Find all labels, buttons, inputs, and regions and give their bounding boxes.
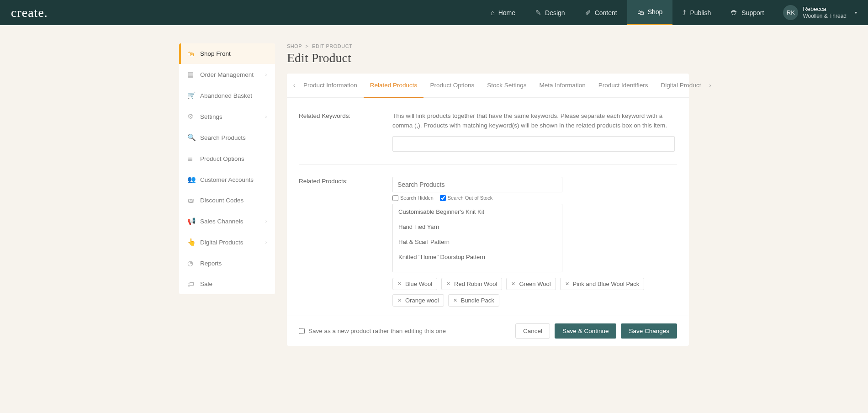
chevron-right-icon: › <box>265 114 267 119</box>
sales-channels-icon: 📢 <box>187 217 195 225</box>
tab-related-products[interactable]: Related Products <box>364 74 424 98</box>
nav-label: Design <box>545 9 565 16</box>
chevron-right-icon: › <box>265 219 267 224</box>
selected-product-chip: ✕Bundle Pack <box>448 294 499 307</box>
product-list[interactable]: Customisable Beginner's Knit KitHand Tie… <box>392 204 562 272</box>
tab-product-information[interactable]: Product Information <box>297 74 364 97</box>
sidebar-label: Sale <box>200 281 212 287</box>
sidebar-item-order-management[interactable]: ▤Order Management› <box>179 64 275 85</box>
close-icon[interactable]: ✕ <box>565 281 569 287</box>
chip-label: Bundle Pack <box>461 297 494 304</box>
sidebar-label: Digital Products <box>200 239 243 246</box>
sidebar-label: Sales Channels <box>200 218 243 225</box>
sidebar-label: Abandoned Basket <box>200 92 252 99</box>
product-list-item[interactable]: Customisable Beginner's Knit Kit <box>393 204 562 219</box>
nav-item-home[interactable]: ⌂Home <box>481 0 525 25</box>
logo[interactable]: create. <box>11 5 48 20</box>
close-icon[interactable]: ✕ <box>446 281 450 287</box>
tab-digital-product[interactable]: Digital Product <box>655 74 708 97</box>
sidebar-item-digital-products[interactable]: 👆Digital Products› <box>179 232 275 253</box>
product-list-item[interactable]: Knitted "Home" Doorstop Pattern <box>393 249 562 265</box>
search-hidden-label[interactable]: Search Hidden <box>400 195 434 201</box>
user-name: Rebecca <box>803 5 847 13</box>
search-outofstock-checkbox[interactable] <box>440 195 446 201</box>
keywords-input[interactable] <box>392 136 675 152</box>
main-nav: ⌂Home✎Design✐Content🛍Shop⤴Publish⛑Suppor… <box>481 0 774 25</box>
user-text: Rebecca Woollen & Thread <box>803 5 847 20</box>
sidebar-label: Product Options <box>200 155 244 162</box>
keywords-help: This will link products together that ha… <box>392 111 677 131</box>
page-title: Edit Product <box>287 51 689 65</box>
selected-product-chip: ✕Red Robin Wool <box>441 278 502 290</box>
save-continue-button[interactable]: Save & Continue <box>555 323 616 339</box>
product-search-input[interactable] <box>392 177 562 192</box>
sidebar-label: Shop Front <box>200 50 231 57</box>
design-icon: ✎ <box>535 9 541 17</box>
nav-item-content[interactable]: ✐Content <box>575 0 627 25</box>
customer-accounts-icon: 👥 <box>187 175 195 184</box>
tab-scroll-right[interactable]: › <box>707 82 713 89</box>
tab-product-options[interactable]: Product Options <box>423 74 481 97</box>
chip-label: Orange wool <box>405 297 439 304</box>
nav-item-publish[interactable]: ⤴Publish <box>672 0 721 25</box>
sidebar-item-sale[interactable]: 🏷Sale <box>179 274 275 294</box>
divider <box>299 164 677 165</box>
search-hidden-checkbox[interactable] <box>392 195 398 201</box>
sidebar-item-customer-accounts[interactable]: 👥Customer Accounts <box>179 169 275 190</box>
search-products-icon: 🔍 <box>187 133 195 142</box>
nav-label: Publish <box>690 9 711 16</box>
nav-item-support[interactable]: ⛑Support <box>721 0 774 25</box>
publish-icon: ⤴ <box>683 9 686 16</box>
nav-label: Support <box>741 9 764 16</box>
cancel-button[interactable]: Cancel <box>515 323 550 339</box>
discount-codes-icon: 🎟 <box>187 196 195 204</box>
shop-icon: 🛍 <box>637 8 644 16</box>
sidebar-item-sales-channels[interactable]: 📢Sales Channels› <box>179 211 275 232</box>
top-nav: create. ⌂Home✎Design✐Content🛍Shop⤴Publis… <box>0 0 868 25</box>
tab-scroll-left[interactable]: ‹ <box>291 82 297 89</box>
save-as-new-checkbox[interactable] <box>299 328 305 334</box>
close-icon[interactable]: ✕ <box>397 297 402 303</box>
product-list-item[interactable]: Hand Tied Yarn <box>393 219 562 234</box>
chevron-down-icon: ▾ <box>855 10 857 15</box>
shop-front-icon: 🛍 <box>187 50 195 58</box>
sidebar-item-shop-front[interactable]: 🛍Shop Front <box>179 43 275 64</box>
sidebar-item-search-products[interactable]: 🔍Search Products <box>179 127 275 148</box>
sidebar-item-abandoned-basket[interactable]: 🛒Abandoned Basket <box>179 85 275 106</box>
tab-product-identifiers[interactable]: Product Identifiers <box>592 74 655 97</box>
nav-item-design[interactable]: ✎Design <box>525 0 575 25</box>
content-icon: ✐ <box>585 9 591 17</box>
avatar: RK <box>783 5 798 20</box>
breadcrumb-parent[interactable]: SHOP <box>287 43 302 49</box>
product-options-icon: ≣ <box>187 154 195 163</box>
chip-label: Green Wool <box>519 281 550 287</box>
nav-label: Content <box>595 9 617 16</box>
settings-icon: ⚙ <box>187 112 195 121</box>
selected-chips: ✕Blue Wool✕Red Robin Wool✕Green Wool✕Pin… <box>392 278 677 307</box>
nav-item-shop[interactable]: 🛍Shop <box>627 0 673 25</box>
sidebar-item-reports[interactable]: ◔Reports <box>179 253 275 274</box>
product-list-item[interactable]: Hat & Scarf Pattern <box>393 234 562 249</box>
tab-meta-information[interactable]: Meta Information <box>533 74 592 97</box>
home-icon: ⌂ <box>491 9 495 16</box>
selected-product-chip: ✕Green Wool <box>506 278 556 290</box>
user-menu[interactable]: RK Rebecca Woollen & Thread ▾ <box>778 5 857 20</box>
user-subtitle: Woollen & Thread <box>803 13 847 20</box>
close-icon[interactable]: ✕ <box>453 297 457 303</box>
tab-stock-settings[interactable]: Stock Settings <box>481 74 533 97</box>
search-outofstock-label[interactable]: Search Out of Stock <box>448 195 492 201</box>
reports-icon: ◔ <box>187 259 195 267</box>
close-icon[interactable]: ✕ <box>397 281 402 287</box>
sidebar-item-discount-codes[interactable]: 🎟Discount Codes <box>179 190 275 211</box>
sale-icon: 🏷 <box>187 280 195 288</box>
sidebar-item-settings[interactable]: ⚙Settings› <box>179 106 275 127</box>
main-content: SHOP > EDIT PRODUCT Edit Product ‹ Produ… <box>287 43 689 346</box>
save-changes-button[interactable]: Save Changes <box>621 323 677 339</box>
breadcrumb: SHOP > EDIT PRODUCT <box>287 43 689 49</box>
chevron-right-icon: › <box>265 240 267 245</box>
sidebar-item-product-options[interactable]: ≣Product Options <box>179 148 275 169</box>
close-icon[interactable]: ✕ <box>511 281 515 287</box>
edit-card: ‹ Product InformationRelated ProductsPro… <box>287 74 689 346</box>
support-icon: ⛑ <box>731 9 738 16</box>
tab-panel: Related Keywords: This will link product… <box>287 98 689 316</box>
